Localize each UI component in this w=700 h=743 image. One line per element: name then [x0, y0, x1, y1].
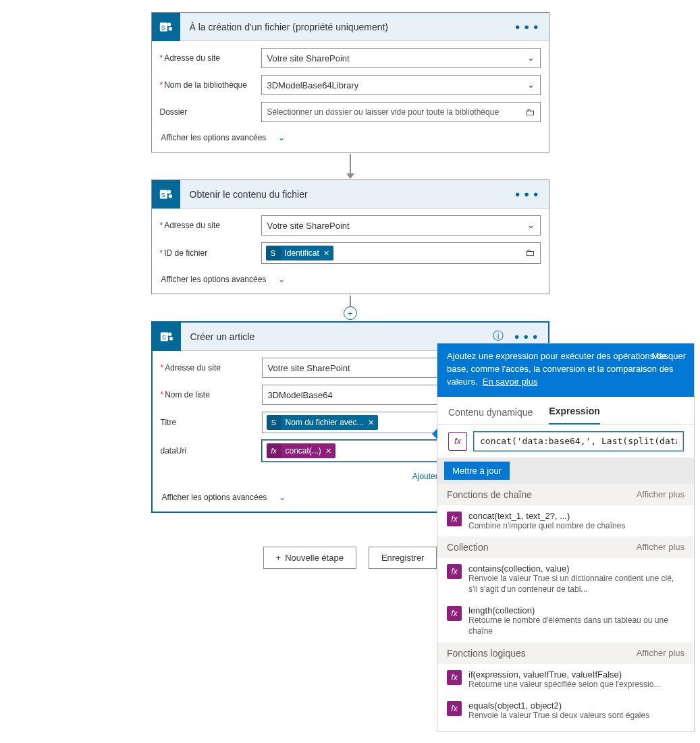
- remove-token-icon[interactable]: ✕: [325, 447, 331, 456]
- sharepoint-icon: S: [267, 415, 281, 430]
- folder-icon[interactable]: 🗀: [525, 247, 535, 258]
- flow-arrow: [350, 153, 351, 180]
- tab-expression[interactable]: Expression: [549, 406, 599, 424]
- svg-point-11: [169, 337, 173, 341]
- dynamic-token-filename[interactable]: SNom du fichier avec...✕: [267, 415, 378, 430]
- card-header[interactable]: S Obtenir le contenu du fichier ● ● ●: [152, 180, 549, 209]
- chevron-down-icon: ⌄: [278, 275, 285, 284]
- chevron-down-icon: ⌄: [527, 220, 535, 230]
- title-label: Titre: [161, 418, 262, 427]
- site-label: *Adresse du site: [160, 53, 261, 63]
- ellipsis-icon[interactable]: ● ● ●: [515, 22, 539, 32]
- show-more-link[interactable]: Afficher plus: [637, 489, 684, 500]
- sharepoint-icon: S: [152, 180, 180, 209]
- folder-picker[interactable]: Sélectionner un dossier ou laisser vide …: [261, 102, 541, 122]
- remove-token-icon[interactable]: ✕: [323, 249, 329, 258]
- expression-token-concat[interactable]: fxconcat(...)✕: [267, 443, 335, 458]
- sharepoint-icon: S: [266, 246, 281, 260]
- show-more-link[interactable]: Afficher plus: [637, 648, 684, 659]
- add-action-button[interactable]: +: [344, 306, 357, 320]
- fx-icon: fx: [267, 443, 281, 458]
- fx-icon: fx: [447, 512, 462, 526]
- site-label: *Adresse du site: [160, 221, 261, 230]
- chevron-down-icon: ⌄: [279, 493, 286, 502]
- svg-point-2: [167, 22, 171, 26]
- show-advanced-toggle[interactable]: Afficher les options avancées⌄: [160, 129, 541, 152]
- flow-arrow-with-add: +: [350, 294, 351, 313]
- fx-icon: fx: [447, 670, 462, 685]
- update-button[interactable]: Mettre à jour: [444, 462, 510, 480]
- new-step-button[interactable]: +Nouvelle étape: [263, 547, 356, 569]
- category-string: Fonctions de chaîneAfficher plus: [437, 484, 694, 505]
- chevron-down-icon: ⌄: [527, 80, 535, 90]
- svg-text:S: S: [161, 191, 165, 198]
- fn-contains[interactable]: fxcontains(collection, value)Renvoie la …: [437, 558, 694, 600]
- panel-tabs: Contenu dynamique Expression: [437, 397, 694, 425]
- svg-point-3: [168, 27, 172, 31]
- fn-and[interactable]: fxand(expression1, expression2)Renvoie l…: [437, 727, 694, 731]
- fn-equals[interactable]: fxequals(object1, object2)Renvoie la val…: [437, 695, 694, 727]
- get-content-card: S Obtenir le contenu du fichier ● ● ● *A…: [151, 180, 549, 294]
- ellipsis-icon[interactable]: ● ● ●: [514, 331, 539, 341]
- file-id-label: *ID de fichier: [160, 248, 261, 258]
- category-collection: CollectionAfficher plus: [437, 536, 694, 558]
- folder-icon[interactable]: 🗀: [525, 107, 535, 117]
- trigger-card: S À la création d'un fichier (propriété …: [151, 12, 549, 153]
- svg-point-6: [167, 190, 171, 194]
- datauri-label: dataUri: [161, 446, 262, 456]
- show-more-link[interactable]: Afficher plus: [637, 542, 684, 553]
- plus-icon: +: [276, 553, 281, 563]
- site-label: *Adresse du site: [161, 363, 262, 373]
- library-label: *Nom de la bibliothèque: [160, 80, 261, 90]
- site-dropdown[interactable]: Votre site SharePoint⌄: [261, 48, 541, 68]
- site-dropdown[interactable]: Votre site SharePoint⌄: [261, 215, 541, 236]
- dynamic-token-identificat[interactable]: SIdentificat✕: [266, 246, 333, 260]
- save-button[interactable]: Enregistrer: [369, 547, 437, 569]
- list-label: *Nom de liste: [161, 390, 262, 400]
- card-title: Obtenir le contenu du fichier: [180, 189, 515, 200]
- fx-icon: fx: [448, 432, 467, 451]
- learn-more-link[interactable]: En savoir plus: [483, 377, 538, 387]
- fn-if[interactable]: fxif(expression, valueIfTrue, valueIfFal…: [437, 664, 694, 696]
- expression-input[interactable]: [474, 432, 683, 451]
- info-icon[interactable]: ⓘ: [493, 329, 504, 343]
- card-header[interactable]: S À la création d'un fichier (propriété …: [152, 13, 549, 41]
- show-advanced-toggle[interactable]: Afficher les options avancées⌄: [160, 271, 541, 294]
- expression-panel: Ajoutez une expression pour exécuter des…: [437, 343, 695, 732]
- hide-panel-button[interactable]: Masquer: [651, 350, 686, 363]
- tab-dynamic-content[interactable]: Contenu dynamique: [448, 407, 533, 424]
- library-dropdown[interactable]: 3DModelBase64Library⌄: [261, 75, 541, 95]
- category-logic: Fonctions logiquesAfficher plus: [437, 642, 694, 664]
- card-title: À la création d'un fichier (propriété un…: [180, 22, 515, 32]
- folder-label: Dossier: [160, 107, 261, 117]
- svg-point-10: [167, 332, 171, 336]
- panel-header: Ajoutez une expression pour exécuter des…: [437, 343, 694, 397]
- card-title: Créer un article: [181, 331, 493, 342]
- chevron-down-icon: ⌄: [527, 53, 535, 63]
- sharepoint-icon: S: [152, 13, 180, 41]
- panel-pointer-icon: [432, 429, 437, 439]
- fn-concat[interactable]: fxconcat(text_1, text_2?, ...)Combine n'…: [437, 505, 694, 537]
- sharepoint-icon: S: [153, 323, 181, 351]
- function-list[interactable]: Fonctions de chaîneAfficher plus fxconca…: [437, 484, 694, 731]
- ellipsis-icon[interactable]: ● ● ●: [515, 189, 539, 199]
- fx-icon: fx: [447, 606, 462, 621]
- remove-token-icon[interactable]: ✕: [368, 418, 374, 427]
- svg-text:S: S: [161, 333, 165, 340]
- svg-point-7: [168, 194, 172, 198]
- svg-text:S: S: [161, 24, 165, 30]
- chevron-down-icon: ⌄: [278, 133, 285, 142]
- file-id-input[interactable]: SIdentificat✕ 🗀: [261, 242, 541, 264]
- fx-icon: fx: [447, 701, 462, 716]
- fx-icon: fx: [447, 564, 462, 579]
- fn-length[interactable]: fxlength(collection)Retourne le nombre d…: [437, 600, 694, 642]
